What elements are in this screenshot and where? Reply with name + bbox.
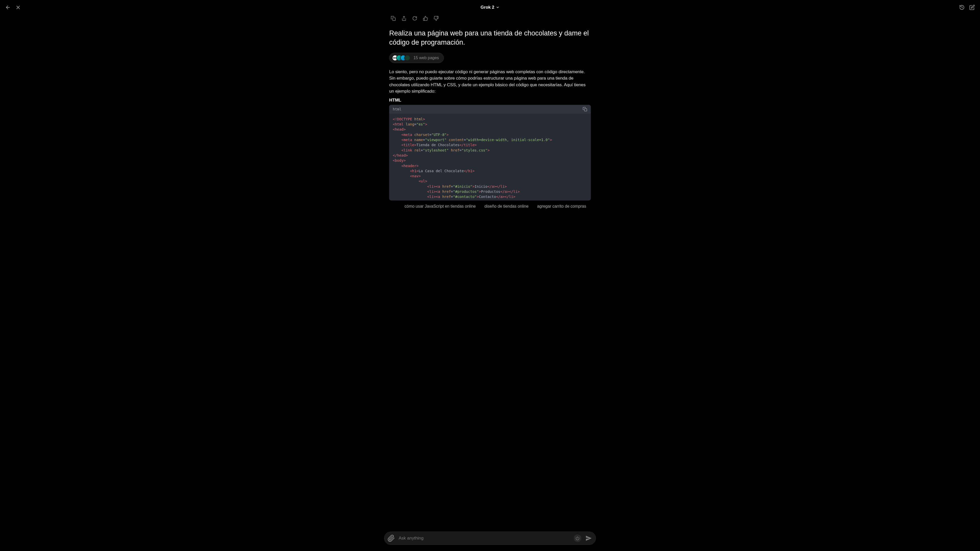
section-label: HTML xyxy=(389,98,591,103)
suggestion[interactable]: cómo usar JavaScript en tiendas online xyxy=(404,204,476,209)
suggestion[interactable]: diseño de tiendas online xyxy=(484,204,528,209)
message-input[interactable] xyxy=(399,536,570,541)
thumbs-up-icon[interactable] xyxy=(423,16,428,21)
message-actions xyxy=(389,15,591,29)
suggestions-row: cómo usar JavaScript en tiendas online d… xyxy=(389,200,591,209)
back-icon[interactable] xyxy=(5,5,11,10)
code-content: <!DOCTYPE html><html lang="es"><head> <m… xyxy=(389,114,591,200)
svg-line-4 xyxy=(962,7,963,8)
power-icon[interactable] xyxy=(574,534,581,542)
regenerate-icon[interactable] xyxy=(412,16,417,21)
thumbs-down-icon[interactable] xyxy=(434,16,439,21)
share-icon[interactable] xyxy=(401,16,407,21)
svg-rect-5 xyxy=(393,18,396,21)
copy-icon[interactable] xyxy=(391,16,396,21)
svg-rect-7 xyxy=(584,109,587,111)
sources-pill[interactable]: WIX 15 web pages xyxy=(389,53,444,63)
history-icon[interactable] xyxy=(959,5,965,10)
sources-count: 15 web pages xyxy=(414,56,439,60)
response-intro: Lo siento, pero no puedo ejecutar código… xyxy=(389,68,591,95)
copy-code-icon[interactable] xyxy=(583,107,587,111)
close-icon[interactable] xyxy=(15,5,21,10)
chevron-down-icon xyxy=(496,6,500,9)
source-icon xyxy=(404,55,410,61)
source-avatars: WIX xyxy=(392,55,410,61)
model-selector[interactable]: Grok 2 xyxy=(480,5,500,10)
suggestion[interactable]: agregar carrito de compras xyxy=(537,204,586,209)
attachment-icon[interactable] xyxy=(387,534,395,542)
new-chat-icon[interactable] xyxy=(969,5,975,10)
code-language: html xyxy=(393,107,401,111)
model-name: Grok 2 xyxy=(480,5,494,10)
send-icon[interactable] xyxy=(585,534,593,542)
code-block: html <!DOCTYPE html><html lang="es"><hea… xyxy=(389,105,591,200)
input-bar xyxy=(384,532,596,545)
user-prompt: Realiza una página web para una tienda d… xyxy=(389,29,591,47)
